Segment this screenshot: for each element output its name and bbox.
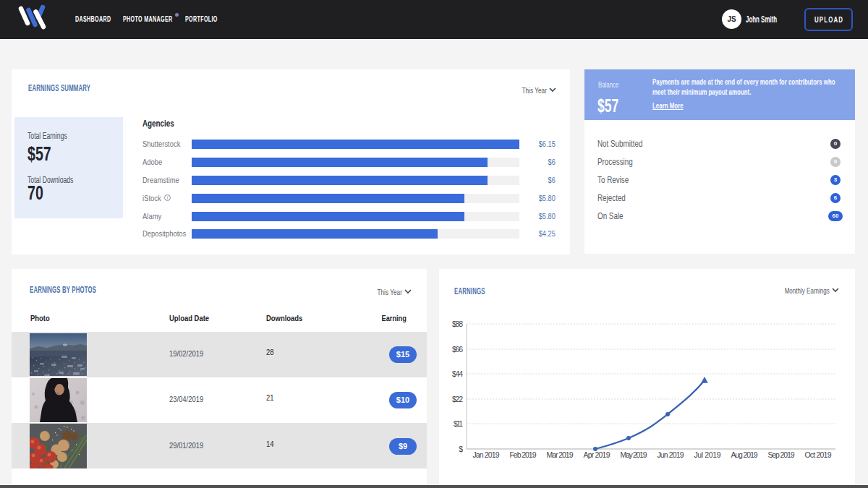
- svg-text:May 2019: May 2019: [621, 450, 647, 459]
- svg-text:Oct 2019: Oct 2019: [805, 450, 832, 459]
- svg-text:Jan 2019: Jan 2019: [473, 450, 500, 459]
- svg-text:$22: $22: [452, 395, 463, 403]
- svg-text:$11: $11: [454, 419, 463, 428]
- svg-text:Feb 2019: Feb 2019: [510, 450, 537, 459]
- svg-text:Apr 2019: Apr 2019: [584, 450, 610, 459]
- svg-text:Jun 2019: Jun 2019: [658, 450, 684, 459]
- svg-text:$88: $88: [452, 320, 463, 328]
- svg-text:Mar 2019: Mar 2019: [547, 450, 574, 459]
- svg-text:Jul 2019: Jul 2019: [694, 450, 721, 459]
- svg-text:$: $: [459, 445, 463, 453]
- svg-text:Aug 2019: Aug 2019: [731, 450, 758, 459]
- svg-text:$44: $44: [452, 369, 463, 378]
- svg-text:Sep 2019: Sep 2019: [768, 450, 795, 459]
- svg-text:$66: $66: [452, 345, 463, 354]
